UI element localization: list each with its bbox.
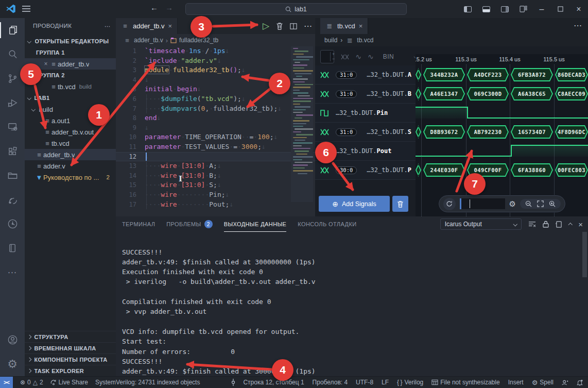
toggle-sidebar-icon[interactable] <box>458 0 477 18</box>
toggle-secondary-sidebar-icon[interactable] <box>495 0 514 18</box>
split-editor-icon[interactable] <box>290 23 297 30</box>
signal-row-Pin[interactable]: …32_tb.DUT.Pin <box>315 104 416 123</box>
signal-row-P[interactable]: 30:0…32_tb.DUT.P <box>315 161 416 180</box>
code-line[interactable]: 10parameter·TIME_OPERATION··=·100;↓ <box>116 132 315 142</box>
settings-gear-icon[interactable]: ⚙ <box>0 352 25 376</box>
spell-checker-status[interactable]: ⚙Spell <box>532 379 554 386</box>
code-line[interactable]: 1`timescale·1ns·/·1ps↓ <box>116 46 315 56</box>
code-line[interactable]: 2`include·"adder.v"↓ <box>116 56 315 66</box>
wave-more-icon[interactable]: ⋯ <box>574 21 582 30</box>
open-editors-section[interactable]: ОТКРЫТЫЕ РЕДАКТОРЫ <box>25 36 116 47</box>
feedback-icon[interactable] <box>562 379 568 386</box>
zoom-range-slider[interactable] <box>460 198 505 209</box>
insert-mode-status[interactable]: Insert <box>508 379 524 386</box>
activity-remote-explorer-icon[interactable] <box>0 115 25 139</box>
activity-run-debug-icon[interactable] <box>0 91 25 115</box>
maximize-icon[interactable] <box>551 0 569 18</box>
activity-timeline-icon[interactable] <box>0 212 25 236</box>
panel-maximize-icon[interactable] <box>568 223 573 227</box>
signal-row-A[interactable]: 31:0…32_tb.DUT.A <box>315 65 416 85</box>
close-icon[interactable]: × <box>569 0 588 18</box>
tab-tb-vcd[interactable]: ≣ tb.vcd × <box>320 18 368 34</box>
toggle-panel-icon[interactable] <box>477 0 495 18</box>
cursor-position-status[interactable]: Строка 12, столбец 1 <box>243 379 304 386</box>
nav-back-icon[interactable]: ← <box>150 3 158 12</box>
activity-explorer-icon[interactable] <box>0 18 25 42</box>
section-timeline[interactable]: ВРЕМЕННАЯ ШКАЛА <box>25 342 116 353</box>
add-signals-button[interactable]: ⊕ Add Signals <box>319 196 390 212</box>
output-console[interactable]: SUCCESS!!!adder_tb.v:49: $finish called … <box>122 232 581 376</box>
command-search-box[interactable]: lab1 <box>185 3 407 15</box>
remove-signals-button[interactable] <box>392 196 408 212</box>
indentation-status[interactable]: Пробелов: 4 <box>313 379 348 386</box>
zoom-in-icon[interactable] <box>549 200 556 207</box>
problems-status[interactable]: ⊗0 △2 <box>20 379 43 386</box>
account-icon[interactable] <box>0 328 25 352</box>
tab-adder-tb-v[interactable]: ≡ adder_tb.v × <box>116 18 178 34</box>
open-editor-tbvcd[interactable]: ≡tb.vcdbuild <box>25 81 116 92</box>
clear-output-icon[interactable] <box>528 221 536 228</box>
tab-terminal[interactable]: ТЕРМИНАЛ <box>122 216 155 232</box>
signal-row-S[interactable]: 31:0…32_tb.DUT.S <box>315 123 416 142</box>
remote-indicator[interactable]: >< <box>0 377 13 388</box>
breadcrumb[interactable]: ≡ adder_tb.v › fulladder32_tb <box>116 34 315 46</box>
code-line[interactable]: 3module·fulladder32_tb();↓ <box>116 65 315 75</box>
synthesizable-status[interactable]: File not synthesizable <box>431 379 499 386</box>
menu-icon[interactable] <box>22 5 31 13</box>
workspace-root-lab1[interactable]: LAB1 <box>25 92 116 104</box>
wave-stepper[interactable]: +− <box>330 52 335 61</box>
tab-debug-console[interactable]: КОНСОЛЬ ОТЛАДКИ <box>298 216 356 232</box>
bus-format-icon[interactable] <box>341 54 349 60</box>
tab-output[interactable]: ВЫХОДНЫЕ ДАННЫЕ <box>224 216 287 232</box>
zoom-fit-icon[interactable] <box>537 200 544 207</box>
activity-search-icon[interactable] <box>0 42 25 66</box>
signal-row-B[interactable]: 31:0…32_tb.DUT.B <box>315 85 416 104</box>
file-tb-vcd[interactable]: ≡tb.vcd <box>25 138 116 149</box>
code-line[interactable]: 9↓ <box>116 123 315 133</box>
close-editor-icon[interactable]: × <box>42 60 49 68</box>
activity-extensions-icon[interactable] <box>0 139 25 163</box>
wave-breadcrumb[interactable]: build › ≣ tb.vcd <box>315 34 588 46</box>
close-tab-icon[interactable]: × <box>168 22 172 30</box>
output-scrollbar[interactable] <box>582 232 587 277</box>
commit-icon[interactable] <box>231 379 236 386</box>
tab-problems[interactable]: ПРОБЛЕМЫ2 <box>166 216 212 232</box>
minimize-icon[interactable]: – <box>532 0 551 18</box>
file-adder-tb-v[interactable]: ≡adder_tb.v <box>25 149 116 160</box>
run-button[interactable]: ▷ <box>263 21 269 31</box>
refresh-icon[interactable] <box>443 198 456 210</box>
activity-more-icon[interactable]: ⋯ <box>0 260 25 284</box>
activity-espressif-icon[interactable] <box>0 188 25 212</box>
customize-layout-icon[interactable] <box>514 0 532 18</box>
live-share-button[interactable]: Live Share <box>50 379 88 386</box>
radix-select[interactable]: BIN <box>383 53 394 60</box>
panel-close-icon[interactable]: × <box>578 220 583 229</box>
close-tab-icon[interactable]: × <box>359 22 363 30</box>
explorer-more-icon[interactable]: ⋯ <box>105 23 111 30</box>
section-structure[interactable]: СТРУКТУРА <box>25 331 116 342</box>
file-adder-v[interactable]: ≡adder.v <box>25 160 116 172</box>
analog-wave2-icon[interactable]: ∿ <box>368 53 374 61</box>
lock-icon[interactable] <box>543 221 549 228</box>
eol-status[interactable]: LF <box>382 379 389 386</box>
trash-icon[interactable] <box>276 22 283 30</box>
activity-notebook-icon[interactable] <box>0 236 25 260</box>
code-line[interactable]: 8end↓ <box>116 113 315 123</box>
file-adder-tb-v-out[interactable]: ≡adder_tb.v.out <box>25 126 116 138</box>
activity-project-icon[interactable] <box>0 163 25 188</box>
editor-more-icon[interactable]: ⋯ <box>304 21 312 31</box>
wave-settings-gear-icon[interactable]: ⚙ <box>509 199 516 209</box>
encoding-status[interactable]: UTF-8 <box>356 379 373 386</box>
open-in-editor-icon[interactable] <box>556 221 562 228</box>
code-editor[interactable]: 1`timescale·1ns·/·1ps↓2`include·"adder.v… <box>116 46 315 216</box>
code-line[interactable]: 12↓ <box>116 152 315 162</box>
section-task-explorer[interactable]: TASK EXPLORER <box>25 365 116 376</box>
language-mode-status[interactable]: { }Verilog <box>397 379 423 386</box>
waveform-area[interactable]: 115.2 us115.3 us115.4 us115.5 us344B232A… <box>416 54 588 216</box>
code-line[interactable]: 11parameter·TEST_VALUES·=·3000;↓ <box>116 142 315 152</box>
systemverilog-indexer-status[interactable]: SystemVerilog: 24731 indexed objects <box>95 379 200 386</box>
minimap[interactable] <box>291 46 313 202</box>
zoom-out-icon[interactable] <box>525 200 532 207</box>
output-channel-select[interactable]: Icarus Output <box>440 218 522 230</box>
file-rukovodstvo[interactable]: ▼Руководство по ...2 <box>25 172 116 183</box>
